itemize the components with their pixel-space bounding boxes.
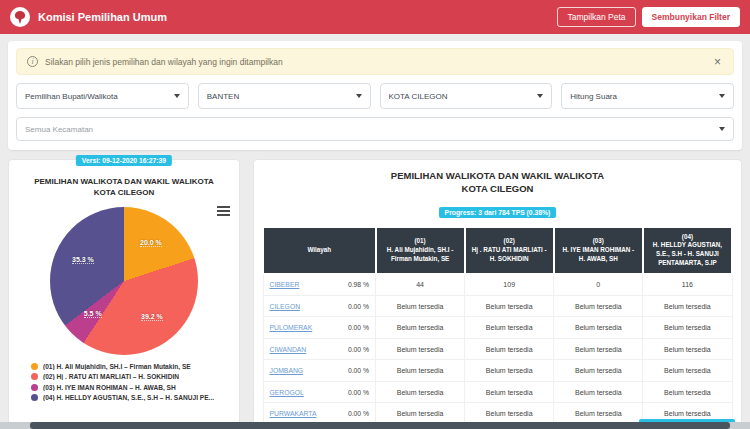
- main-row: Versi: 09-12-2020 16:27:39 PEMILIHAN WAL…: [8, 159, 742, 429]
- candidate-name: H. Ali Mujahidin, SH.I - Firman Mutakin,…: [381, 246, 460, 264]
- vote-value-cell: 44: [376, 274, 465, 296]
- wilayah-percent: 0.00 %: [348, 346, 369, 353]
- wilayah-percent: 0.00 %: [348, 389, 369, 396]
- wilayah-cell: GEROGOL0.00 %: [263, 381, 376, 403]
- table-row: CIBEBER0.98 %441090116: [263, 274, 732, 296]
- chevron-down-icon: [537, 94, 543, 98]
- info-alert: i Silakan pilih jenis pemilihan dan wila…: [16, 48, 734, 75]
- chart-legend: (01) H. Ali Mujahidin, SH.I – Firman Mut…: [9, 361, 239, 402]
- wilayah-cell: CIBEBER0.98 %: [263, 274, 376, 296]
- pie-slice-label: 20.0 %: [140, 239, 162, 247]
- wilayah-cell-inner: CIBEBER0.98 %: [270, 281, 370, 288]
- legend-dot-icon: [31, 363, 38, 370]
- wilayah-link[interactable]: JOMBANG: [270, 367, 304, 374]
- candidate-number: (02): [470, 237, 549, 246]
- candidate-number: (04): [648, 233, 727, 242]
- vote-value-cell: Belum tersedia: [376, 381, 465, 403]
- kota-select[interactable]: KOTA CILEGON: [380, 83, 553, 109]
- table-header-row: Wilayah (01)H. Ali Mujahidin, SH.I - Fir…: [263, 227, 732, 274]
- results-title-line1: PEMILIHAN WALIKOTA DAN WAKIL WALIKOTA: [262, 170, 733, 183]
- info-icon: i: [27, 56, 38, 67]
- results-card: PEMILIHAN WALIKOTA DAN WAKIL WALIKOTA KO…: [253, 159, 742, 429]
- candidate-number: (01): [381, 237, 460, 246]
- kota-value: KOTA CILEGON: [389, 92, 532, 101]
- wilayah-link[interactable]: GEROGOL: [270, 389, 304, 396]
- legend-item: (02) Hj . RATU ATI MARLIATI – H. SOKHIDI…: [31, 373, 239, 380]
- vote-value-cell: 0: [554, 274, 643, 296]
- candidate-number: (03): [559, 237, 638, 246]
- legend-label: (02) Hj . RATU ATI MARLIATI – H. SOKHIDI…: [43, 373, 179, 380]
- close-icon[interactable]: ×: [712, 57, 723, 67]
- vote-value-cell: Belum tersedia: [465, 317, 554, 339]
- pie-chart: 20.0 %39.2 %5.5 %35.3 %: [50, 207, 198, 355]
- vote-value-cell: 116: [643, 274, 732, 296]
- provinsi-value: BANTEN: [207, 92, 350, 101]
- candidate-name: H. HELLDY AGUSTIAN, S.E., S.H - H. SANUJ…: [648, 241, 727, 267]
- vote-value-cell: Belum tersedia: [643, 360, 732, 382]
- table-row: GEROGOL0.00 %Belum tersediaBelum tersedi…: [263, 381, 732, 403]
- scrollbar-thumb[interactable]: [30, 422, 730, 429]
- table-row: JOMBANG0.00 %Belum tersediaBelum tersedi…: [263, 360, 732, 382]
- pie-slice-label: 5.5 %: [84, 310, 102, 318]
- legend-item: (04) H. HELLDY AGUSTIAN, S.E., S.H – H. …: [31, 394, 239, 401]
- wilayah-cell: JOMBANG0.00 %: [263, 360, 376, 382]
- vote-value-cell: Belum tersedia: [376, 295, 465, 317]
- kecamatan-select[interactable]: Semua Kecamatan: [16, 117, 734, 141]
- legend-label: (03) H. IYE IMAN ROHIMAN – H. AWAB, SH: [43, 384, 176, 391]
- candidate-header: (02)Hj . RATU ATI MARLIATI - H. SOKHIDIN: [465, 227, 554, 274]
- content-area: i Silakan pilih jenis pemilihan dan wila…: [0, 34, 750, 429]
- vote-value-cell: Belum tersedia: [376, 360, 465, 382]
- wilayah-link[interactable]: PULOMERAK: [270, 324, 313, 331]
- candidate-name: Hj . RATU ATI MARLIATI - H. SOKHIDIN: [470, 246, 549, 264]
- provinsi-select[interactable]: BANTEN: [198, 83, 371, 109]
- wilayah-percent: 0.00 %: [348, 324, 369, 331]
- wilayah-cell-inner: CIWANDAN0.00 %: [270, 346, 370, 353]
- chevron-down-icon: [719, 94, 725, 98]
- vote-value-cell: Belum tersedia: [643, 381, 732, 403]
- kpu-logo-icon: [10, 7, 30, 27]
- table-row: PULOMERAK0.00 %Belum tersediaBelum terse…: [263, 317, 732, 339]
- wilayah-link[interactable]: CILEGON: [270, 303, 301, 310]
- chevron-down-icon: [174, 94, 180, 98]
- table-row: CILEGON0.00 %Belum tersediaBelum tersedi…: [263, 295, 732, 317]
- results-title: PEMILIHAN WALIKOTA DAN WAKIL WALIKOTA KO…: [262, 170, 733, 196]
- wilayah-link[interactable]: CIWANDAN: [270, 346, 307, 353]
- wilayah-link[interactable]: CIBEBER: [270, 281, 300, 288]
- progress-badge: Progress: 3 dari 784 TPS (0.38%): [439, 207, 557, 218]
- page: Komisi Pemilihan Umum Tampilkan Peta Sem…: [0, 0, 750, 429]
- kecamatan-value: Semua Kecamatan: [25, 125, 713, 134]
- results-title-line2: KOTA CILEGON: [262, 183, 733, 196]
- vote-value-cell: Belum tersedia: [554, 381, 643, 403]
- hide-filter-button[interactable]: Sembunyikan Filter: [642, 7, 740, 27]
- results-table: Wilayah (01)H. Ali Mujahidin, SH.I - Fir…: [262, 226, 733, 429]
- app-title: Komisi Pemilihan Umum: [38, 11, 167, 23]
- wilayah-cell-inner: GEROGOL0.00 %: [270, 389, 370, 396]
- candidate-header: (03)H. IYE IMAN ROHIMAN - H. AWAB, SH: [554, 227, 643, 274]
- legend-label: (01) H. Ali Mujahidin, SH.I – Firman Mut…: [43, 363, 191, 370]
- progress-wrap: Progress: 3 dari 784 TPS (0.38%): [262, 201, 733, 219]
- chart-menu-icon[interactable]: [217, 206, 230, 216]
- vote-value-cell: Belum tersedia: [643, 317, 732, 339]
- legend-dot-icon: [31, 373, 38, 380]
- jenis-pemilihan-select[interactable]: Pemilihan Bupati/Walikota: [16, 83, 189, 109]
- vote-value-cell: Belum tersedia: [465, 338, 554, 360]
- wilayah-link[interactable]: PURWAKARTA: [270, 410, 317, 417]
- vote-value-cell: Belum tersedia: [554, 360, 643, 382]
- wilayah-percent: 0.00 %: [348, 303, 369, 310]
- wilayah-cell: CILEGON0.00 %: [263, 295, 376, 317]
- wilayah-cell-inner: CILEGON0.00 %: [270, 303, 370, 310]
- horizontal-scrollbar: [0, 422, 750, 429]
- candidate-header: (01)H. Ali Mujahidin, SH.I - Firman Muta…: [376, 227, 465, 274]
- legend-item: (01) H. Ali Mujahidin, SH.I – Firman Mut…: [31, 363, 239, 370]
- show-map-button[interactable]: Tampilkan Peta: [557, 7, 635, 27]
- wilayah-cell: PULOMERAK0.00 %: [263, 317, 376, 339]
- filter-select-row: Pemilihan Bupati/Walikota BANTEN KOTA CI…: [16, 83, 734, 109]
- wilayah-header: Wilayah: [263, 227, 376, 274]
- tampilan-select[interactable]: Hitung Suara: [561, 83, 734, 109]
- vote-value-cell: Belum tersedia: [465, 381, 554, 403]
- chart-title-line2: KOTA CILEGON: [9, 188, 239, 199]
- vote-value-cell: Belum tersedia: [554, 338, 643, 360]
- vote-value-cell: Belum tersedia: [643, 295, 732, 317]
- vote-value-cell: Belum tersedia: [376, 338, 465, 360]
- version-badge-top: Versi: 09-12-2020 16:27:39: [76, 155, 172, 166]
